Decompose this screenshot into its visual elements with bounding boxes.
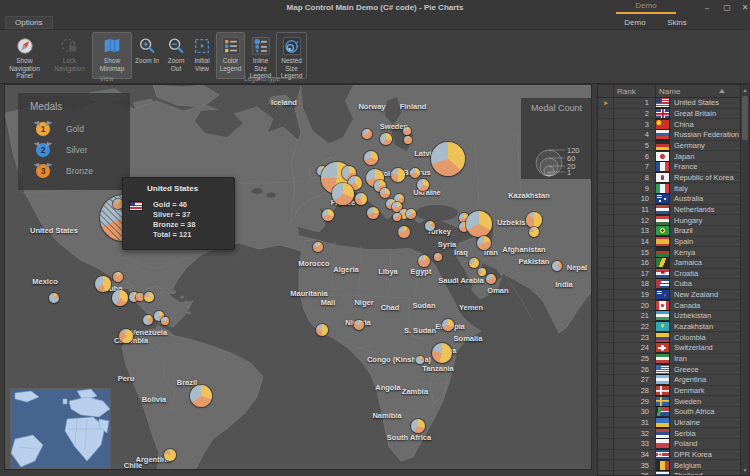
medal-pie-chart[interactable]	[112, 290, 128, 306]
table-row[interactable]: 21Uzbekistan	[598, 311, 740, 322]
table-row[interactable]: 14Spain	[598, 237, 740, 248]
table-row[interactable]: 20Canada	[598, 300, 740, 311]
table-row[interactable]: 34DPR Korea	[598, 450, 740, 461]
table-row[interactable]: 5Germany	[598, 141, 740, 152]
medal-pie-chart[interactable]	[442, 319, 454, 331]
column-header-rank[interactable]: Rank	[617, 85, 636, 98]
table-scrollbar[interactable]: ▲ ▼	[740, 85, 749, 475]
ribbon-header-demo[interactable]: Demo	[616, 0, 676, 14]
medal-pie-chart[interactable]	[322, 209, 334, 221]
medal-pie-chart[interactable]	[391, 168, 405, 182]
medal-pie-chart[interactable]	[380, 133, 392, 145]
table-row[interactable]: 35Belgium	[598, 460, 740, 471]
table-row[interactable]: 11Netherlands	[598, 205, 740, 216]
table-row[interactable]: 9Italy	[598, 183, 740, 194]
table-row[interactable]: 10Australia	[598, 194, 740, 205]
medal-pie-chart[interactable]	[144, 292, 154, 302]
medal-pie-chart[interactable]	[119, 329, 133, 343]
table-row[interactable]: 13Brazil	[598, 226, 740, 237]
table-row[interactable]: 32Serbia	[598, 428, 740, 439]
table-row[interactable]: 19New Zealand	[598, 290, 740, 301]
medal-pie-chart[interactable]	[316, 324, 328, 336]
medal-pie-chart[interactable]	[529, 227, 539, 237]
lock-navigation-button[interactable]: Lock Navigation	[48, 32, 91, 79]
medal-pie-chart[interactable]	[355, 193, 367, 205]
table-row[interactable]: 36Thailand	[598, 471, 740, 475]
medal-pie-chart[interactable]	[416, 356, 424, 364]
table-row[interactable]: 8Republic of Korea	[598, 173, 740, 184]
minimize-button[interactable]: –	[698, 0, 716, 15]
table-row[interactable]: 25Iran	[598, 354, 740, 365]
scroll-down-icon[interactable]: ▼	[741, 465, 749, 475]
medal-pie-chart[interactable]	[367, 207, 379, 219]
medal-pie-chart[interactable]	[113, 272, 123, 282]
table-row[interactable]: 6Japan	[598, 151, 740, 162]
zoom-out-button[interactable]: Zoom Out	[162, 32, 190, 79]
color-legend-button[interactable]: Color Legend	[216, 32, 245, 79]
tab-skins[interactable]: Skins	[662, 16, 692, 29]
medal-pie-chart[interactable]	[552, 261, 562, 271]
medal-pie-chart[interactable]	[332, 183, 354, 205]
medal-pie-chart[interactable]	[418, 255, 430, 267]
table-row[interactable]: ➤1United States	[598, 98, 740, 109]
medal-pie-chart[interactable]	[362, 129, 372, 139]
medal-pie-chart[interactable]	[417, 179, 429, 191]
medal-pie-chart[interactable]	[526, 212, 542, 228]
medal-pie-chart[interactable]	[313, 242, 323, 252]
scrollbar-thumb[interactable]	[742, 96, 748, 140]
table-row[interactable]: 16Jamaica	[598, 258, 740, 269]
maximize-button[interactable]: ▢	[718, 0, 736, 15]
table-row[interactable]: 2Great Britain	[598, 109, 740, 120]
table-row[interactable]: 12Hungary	[598, 215, 740, 226]
table-row[interactable]: 31Ukraine	[598, 418, 740, 429]
medal-pie-chart[interactable]	[466, 211, 492, 237]
medal-pie-chart[interactable]	[425, 221, 435, 231]
table-row[interactable]: 15Kenya	[598, 247, 740, 258]
medal-pie-chart[interactable]	[406, 209, 416, 219]
medal-pie-chart[interactable]	[469, 258, 479, 268]
table-row[interactable]: 23Colombia	[598, 332, 740, 343]
medal-pie-chart[interactable]	[354, 320, 364, 330]
table-row[interactable]: 18Cuba	[598, 279, 740, 290]
column-header-name[interactable]: Name	[659, 85, 680, 98]
medal-pie-chart[interactable]	[411, 419, 425, 433]
table-row[interactable]: 29Sweden	[598, 396, 740, 407]
table-row[interactable]: 17Croatia	[598, 269, 740, 280]
show-minimap-button[interactable]: Show Minimap	[92, 32, 132, 79]
initial-view-button[interactable]: Initial View	[189, 32, 215, 79]
medal-pie-chart[interactable]	[477, 236, 491, 250]
map-canvas[interactable]: Medals 1Gold2Silver3Bronze Medal Count 1…	[4, 84, 592, 470]
medal-pie-chart[interactable]	[404, 136, 412, 144]
medal-pie-chart[interactable]	[398, 226, 410, 238]
medal-pie-chart[interactable]	[410, 168, 420, 178]
medal-pie-chart[interactable]	[432, 343, 452, 363]
medal-pie-chart[interactable]	[161, 317, 169, 325]
table-row[interactable]: 7France	[598, 162, 740, 173]
close-button[interactable]: ✕	[736, 0, 750, 15]
options-button[interactable]: Options	[5, 16, 53, 29]
table-row[interactable]: 27Argentina	[598, 375, 740, 386]
medal-pie-chart[interactable]	[393, 213, 401, 221]
medal-pie-chart[interactable]	[486, 274, 496, 284]
medal-pie-chart[interactable]	[431, 142, 465, 176]
medal-pie-chart[interactable]	[95, 276, 111, 292]
tab-demo[interactable]: Demo	[620, 16, 650, 29]
show-navigation-panel-button[interactable]: Show Navigation Panel	[2, 32, 47, 79]
nested-size-legend-button[interactable]: Nested Size Legend	[276, 32, 307, 79]
inline-size-legend-button[interactable]: Inline Size Legend	[246, 32, 275, 79]
medal-pie-chart[interactable]	[364, 151, 378, 165]
medal-pie-chart[interactable]	[478, 268, 486, 276]
table-row[interactable]: 4Russian Federation	[598, 130, 740, 141]
medal-pie-chart[interactable]	[380, 188, 390, 198]
sort-ascending-icon[interactable]	[719, 89, 725, 93]
table-row[interactable]: 26Greece	[598, 364, 740, 375]
table-row[interactable]: 30South Africa	[598, 407, 740, 418]
table-row[interactable]: 33Poland	[598, 439, 740, 450]
medal-pie-chart[interactable]	[403, 127, 411, 135]
zoom-in-button[interactable]: Zoom In	[133, 32, 161, 79]
table-row[interactable]: 28Denmark	[598, 386, 740, 397]
medal-pie-chart[interactable]	[49, 293, 59, 303]
table-row[interactable]: 24Switzerland	[598, 343, 740, 354]
table-row[interactable]: 3China	[598, 119, 740, 130]
table-row[interactable]: 22Kazakhstan	[598, 322, 740, 333]
